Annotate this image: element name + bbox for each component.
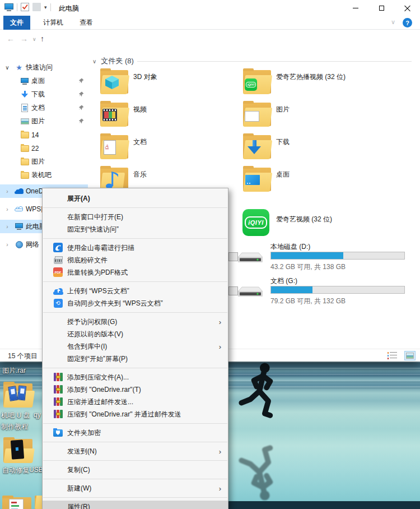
app-name: 爱奇艺视频 (32 位) xyxy=(276,215,332,224)
sidebar-item-folder-22[interactable]: 22 xyxy=(0,142,88,155)
sidebar-item-desktop[interactable]: 桌面 xyxy=(0,75,88,87)
3d-cube-icon xyxy=(105,75,119,90)
desktop-folder-sliver[interactable] xyxy=(35,496,42,509)
tab-view[interactable]: 查看 xyxy=(73,16,100,30)
drive-tile-d[interactable]: 本地磁盘 (D:) 43.2 GB 可用, 共 138 GB xyxy=(238,242,417,272)
quick-access-star-icon: ★ xyxy=(16,63,22,72)
menu-item-compress-to-onedrive-rar-email[interactable]: 压缩到 "OneDrive.rar" 并通过邮件发送 xyxy=(43,408,228,420)
menu-item-restore-previous[interactable]: 还原以前的版本(V) xyxy=(43,328,228,340)
ribbon-expand-icon[interactable]: ∨ xyxy=(391,18,395,26)
folder-tile-3d-objects[interactable]: 3D 对象 xyxy=(100,68,243,101)
menu-item-upload-wps-cloud[interactable]: 上传到 “WPS云文档” xyxy=(43,285,228,297)
menu-item-add-to-onedrive-rar[interactable]: 添加到 "OneDrive.rar"(T) xyxy=(43,383,228,396)
menu-item-open-new-window[interactable]: 在新窗口中打开(E) xyxy=(43,211,228,223)
menu-separator xyxy=(43,479,227,479)
sidebar-item-pictures[interactable]: 图片 xyxy=(0,115,88,128)
downloads-icon xyxy=(21,91,28,99)
menu-item-new[interactable]: 新建(W)› xyxy=(43,482,228,494)
menu-item-include-in-library[interactable]: 包含到库中(I)› xyxy=(43,340,228,353)
sidebar-item-quick-access[interactable]: ∨ ★ 快速访问 xyxy=(0,61,88,74)
folder-tile-pictures[interactable]: 图片 xyxy=(243,101,411,133)
menu-separator xyxy=(43,442,227,442)
menu-item-folder-encrypt[interactable]: 文件夹加密 xyxy=(43,427,228,439)
hard-disk-icon xyxy=(238,285,263,299)
new-folder-quick-icon[interactable] xyxy=(32,3,41,11)
ribbon-tabs: 文件 计算机 查看 ∨ ? xyxy=(0,16,420,30)
pin-icon xyxy=(78,91,84,97)
folder-name: 音乐 xyxy=(133,170,147,179)
menu-item-convert-pdf[interactable]: PDF 批量转换为PDF格式 xyxy=(43,266,228,279)
back-button[interactable]: ← xyxy=(7,34,15,43)
chevron-right-icon[interactable]: › xyxy=(4,206,11,212)
menu-separator xyxy=(43,423,227,424)
drive-usage-fill xyxy=(271,286,312,293)
chevron-right-icon[interactable]: › xyxy=(4,188,11,195)
app-tile-iqiyi[interactable]: iQIYI 爱奇艺视频 (32 位) xyxy=(242,209,332,236)
hidden-drive-bar-sliver xyxy=(228,286,238,295)
folder-tile-desktop[interactable]: 桌面 xyxy=(243,166,411,198)
folder-tile-iqiyi-hot-videos[interactable]: iQIYI 爱奇艺热播视频 (32 位) xyxy=(243,68,411,101)
folders-group-header[interactable]: ∨ 文件夹 (8) xyxy=(92,56,134,66)
sidebar-item-downloads[interactable]: 下载 xyxy=(0,88,88,101)
forward-button[interactable]: → xyxy=(20,34,28,43)
desktop-label-usb-folder-2: 制作教程 xyxy=(1,422,28,432)
network-icon xyxy=(16,241,23,248)
menu-item-pin-to-start[interactable]: 固定到“开始”屏幕(P) xyxy=(43,353,228,365)
menu-item-compress-and-email[interactable]: 压缩并通过邮件发送... xyxy=(43,396,228,408)
menu-item-properties[interactable]: 属性(R) xyxy=(43,501,228,509)
desktop-label-rar[interactable]: 图片.rar xyxy=(2,366,26,376)
menu-separator xyxy=(43,281,227,282)
menu-item-give-access[interactable]: 授予访问权限(G)› xyxy=(43,316,228,328)
drive-usage-bar xyxy=(270,252,405,260)
menu-item-add-to-archive[interactable]: 添加到压缩文件(A)... xyxy=(43,371,228,383)
sidebar-label: 装机吧 xyxy=(31,170,52,180)
desktop-icon xyxy=(21,78,29,85)
iqiyi-app-icon: iQIYI xyxy=(242,209,269,236)
sidebar-label: 22 xyxy=(31,145,39,152)
desktop-folder-auto-repair[interactable] xyxy=(3,437,32,463)
help-icon[interactable]: ? xyxy=(403,18,412,27)
recent-locations-icon[interactable]: ∨ xyxy=(32,36,36,42)
menu-item-expand[interactable]: 展开(A) xyxy=(43,192,228,205)
tab-computer[interactable]: 计算机 xyxy=(37,16,69,30)
sidebar-item-folder-zhuangjiba[interactable]: 装机吧 xyxy=(0,169,88,182)
menu-item-auto-sync-wps-cloud[interactable]: ⟲ 自动同步文件夹到 “WPS云文档” xyxy=(43,297,228,309)
qat-dropdown-icon[interactable]: ▾ xyxy=(44,4,47,10)
sidebar-item-folder-14[interactable]: 14 xyxy=(0,128,88,141)
maximize-button[interactable] xyxy=(368,0,394,16)
music-note-icon xyxy=(105,170,119,189)
wps-cloud-icon xyxy=(15,206,24,212)
close-button[interactable] xyxy=(394,0,420,16)
details-view-icon[interactable] xyxy=(388,351,399,360)
folder-tile-documents[interactable]: A 文档 xyxy=(100,133,243,166)
up-button[interactable]: ↑ xyxy=(40,34,44,43)
chevron-right-icon[interactable]: › xyxy=(4,224,11,230)
folder-tile-videos[interactable]: 视频 xyxy=(100,101,243,133)
desktop-folder-partial[interactable] xyxy=(2,496,31,509)
thumbnail-view-icon[interactable] xyxy=(404,351,416,360)
menu-item-shred-files[interactable]: 彻底粉碎文件 xyxy=(43,254,228,266)
menu-item-pin-to-quick-access[interactable]: 固定到“快速访问” xyxy=(43,223,228,235)
menu-item-kingsoft-scan[interactable]: 使用金山毒霸进行扫描 xyxy=(43,242,228,254)
menu-item-copy[interactable]: 复制(C) xyxy=(43,464,228,476)
folder-name: 下载 xyxy=(276,137,290,147)
pictures-icon xyxy=(21,118,29,124)
drive-name: 文档 (G:) xyxy=(270,276,297,286)
minimize-button[interactable] xyxy=(343,0,368,16)
tab-file[interactable]: 文件 xyxy=(3,16,30,30)
menu-item-send-to[interactable]: 发送到(N)› xyxy=(43,445,228,457)
chevron-right-icon[interactable]: › xyxy=(4,242,11,248)
desktop-folder-usb-tutorial[interactable] xyxy=(3,382,32,408)
folder-icon xyxy=(21,172,29,179)
sidebar-item-documents[interactable]: 文档 xyxy=(0,101,88,114)
document-icon: A xyxy=(104,140,116,155)
sidebar-item-folder-pictures[interactable]: 图片 xyxy=(0,155,88,168)
properties-quick-icon[interactable] xyxy=(21,3,29,11)
drive-tile-g[interactable]: 文档 (G:) 79.2 GB 可用, 共 132 GB xyxy=(238,276,417,307)
folder-tile-downloads[interactable]: 下载 xyxy=(243,133,411,166)
chevron-down-icon[interactable]: ∨ xyxy=(4,64,11,71)
items-count: 15 个项目 xyxy=(8,351,38,361)
hard-disk-icon xyxy=(238,251,263,265)
menu-separator xyxy=(43,497,227,498)
sidebar-label: 图片 xyxy=(31,117,45,126)
